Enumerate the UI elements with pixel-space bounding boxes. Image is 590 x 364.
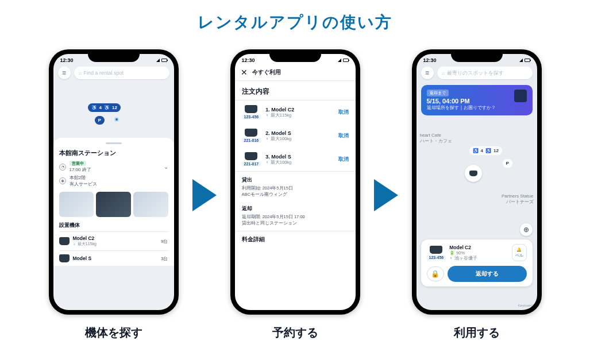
item-spec: ♀最大100kg [265,160,333,165]
signal-icon [338,59,341,62]
unit-code: 123-456 [242,114,261,119]
model-row[interactable]: Model C2 ♀最大115kg 9台 [59,231,168,250]
photo-thumb[interactable] [59,192,94,217]
screen-1: 12:30 ≡ ⌕ Find a rental spot [53,54,174,310]
pin-icon: ◉ [59,177,66,184]
locate-button[interactable]: ⊕ [520,223,533,236]
caption-1: 機体を探す [85,325,142,340]
banner-datetime: 5/15, 04:00 PM [427,98,527,104]
banner-tag: 返却まで [427,90,449,96]
map-pill-parking[interactable]: P [503,159,512,168]
model-spec: ♀最大115kg [73,241,97,247]
photo-thumb[interactable] [96,192,131,217]
unit-code: 123-456 [427,255,446,260]
search-placeholder: Find a rental spot [84,70,124,76]
phone-col-3: 12:30 ≡ ⌕ 最寄りのスポットを探す 返却まで 5/15, 04:00 P [412,49,542,340]
phone-frame-3: 12:30 ≡ ⌕ 最寄りのスポットを探す 返却まで 5/15, 04:00 P [412,49,542,315]
sheet-handle[interactable] [106,142,122,144]
item-name: 1. Model C2 [265,107,333,113]
lend-line1: 利用開始: 2024年5月15日 [242,185,349,191]
search-input[interactable]: ⌕ Find a rental spot [74,67,169,79]
modal-title: 今すぐ利用 [252,69,281,76]
status-sys-icons [156,59,167,62]
screen-2: 12:30 ✕ 今すぐ利用 注文内容 123-4 [235,54,356,310]
model-name: Model C2 [73,235,97,241]
menu-button[interactable]: ≡ [421,67,434,79]
bell-button[interactable]: 🔔 ベル [512,244,527,261]
location-service: 有人サービス [70,181,97,187]
map-area[interactable]: heart Cafe ハート・カフェ ♿4 ♿12 P Partners Sta… [417,119,537,239]
map-pill-availability[interactable]: ♿4 ♿12 [88,103,121,112]
cancel-button[interactable]: 取消 [338,133,349,140]
top-bar: ≡ ⌕ 最寄りのスポットを探す [417,64,537,83]
unit-name: Model C2 [449,245,508,250]
current-location-dot [114,117,119,122]
return-heading: 返却 [242,205,349,212]
order-item: 221-016 2. Model S ♀最大100kg 取消 [235,124,356,148]
phone-frame-2: 12:30 ✕ 今すぐ利用 注文内容 123-4 [230,49,360,315]
photo-gallery[interactable] [59,192,168,217]
status-time: 12:30 [60,57,74,63]
arrow-icon [374,179,398,211]
model-count: 9台 [161,238,168,245]
menu-button[interactable]: ≡ [58,67,71,79]
battery-icon [525,59,530,62]
battery-icon [343,59,349,62]
scooter-icon [245,105,257,113]
signal-icon [156,59,160,62]
lend-heading: 貸出 [242,176,349,184]
model-name: Model S [73,255,92,261]
cancel-button[interactable]: 取消 [338,156,349,163]
station-name: 本館南ステーション [59,149,168,157]
fee-heading: 料金詳細 [235,231,356,248]
order-item: 123-456 1. Model C2 ♀最大115kg 取消 [235,100,356,124]
signal-icon [519,59,523,62]
status-bar: 12:30 [235,54,356,64]
search-icon: ⌕ [442,70,445,76]
wheelchair-icon: ♿ [104,105,110,110]
status-time: 12:30 [423,57,437,63]
unit-card: 123-456 Model C2 🔋 90% ♀ 池ヶ谷優子 🔔 ベル [421,239,533,286]
scooter-icon [59,237,70,245]
search-placeholder: 最寄りのスポットを探す [447,69,504,77]
item-spec: ♀最大115kg [265,113,333,118]
clock-icon: ◔ [59,164,66,171]
search-icon: ⌕ [79,70,82,76]
chevron-down-icon: ⌄ [164,164,168,170]
map-pill-availability[interactable]: ♿4 ♿12 [469,146,502,155]
phone-col-1: 12:30 ≡ ⌕ Find a rental spot [49,49,179,340]
unit-code: 221-017 [242,161,261,166]
cancel-button[interactable]: 取消 [338,109,349,116]
device-icon [514,90,527,102]
return-block: 返却 返却期限: 2024年5月15日 17:00 貸出時と同じステーション [235,203,356,231]
modal-header: ✕ 今すぐ利用 [235,64,356,81]
scooter-icon [245,152,257,160]
return-button[interactable]: 返却する [448,266,527,282]
caption-2: 予約する [272,325,318,340]
lend-block: 貸出 利用開始: 2024年5月15日 ABCモール南ウィング [235,171,356,203]
model-row[interactable]: Model S 3台 [59,250,168,266]
map-pill-parking[interactable]: P [95,116,105,125]
phones-row: 12:30 ≡ ⌕ Find a rental spot [49,49,542,340]
order-heading: 注文内容 [235,81,356,100]
close-icon[interactable]: ✕ [241,68,248,77]
current-unit-marker[interactable] [465,165,482,182]
keyboard-label: Keyboard [518,304,533,307]
hours-line[interactable]: ◔ 営業中 17:00 終了 ⌄ [59,161,168,173]
search-input[interactable]: ⌕ 最寄りのスポットを探す [437,67,533,79]
unit-code: 221-016 [242,138,261,143]
photo-thumb[interactable] [133,192,168,217]
scooter-icon [430,246,442,254]
status-bar: 12:30 [417,54,537,64]
model-count: 3台 [161,255,168,262]
return-line1: 返却期限: 2024年5月15日 17:00 [242,214,349,220]
map-area[interactable]: ♿4 ♿12 P [53,83,174,138]
item-spec: ♀最大100kg [265,136,333,142]
status-bar: 12:30 [53,54,174,64]
lock-button[interactable]: 🔒 [427,266,444,281]
item-name: 3. Model S [265,154,333,160]
return-banner[interactable]: 返却まで 5/15, 04:00 PM 返却場所を探す｜お困りですか？ [421,85,533,115]
order-item: 221-017 3. Model S ♀最大100kg 取消 [235,148,356,171]
scooter-icon [469,171,477,176]
screen-3: 12:30 ≡ ⌕ 最寄りのスポットを探す 返却まで 5/15, 04:00 P [417,54,537,310]
